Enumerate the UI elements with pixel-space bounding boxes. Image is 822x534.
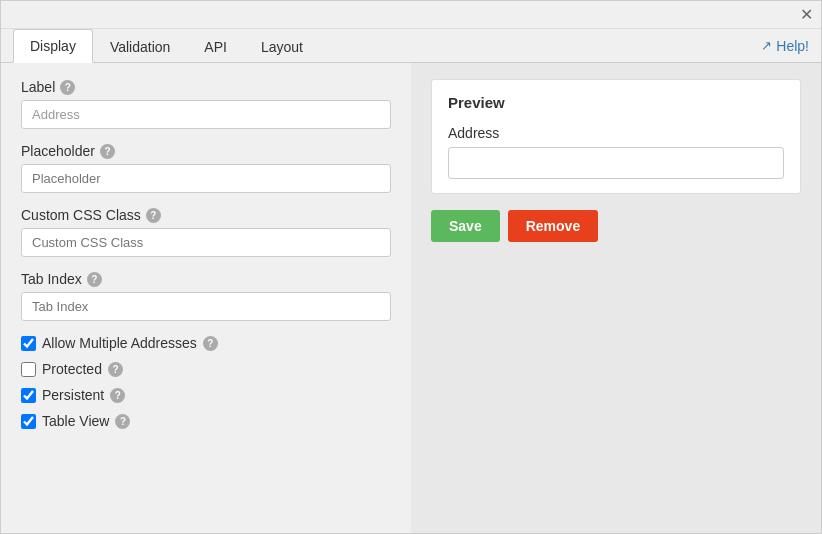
title-bar: ✕ (1, 1, 821, 29)
left-panel: Label ? Placeholder ? Custom CSS Class ? (1, 63, 411, 533)
css-class-group: Custom CSS Class ? (21, 207, 391, 257)
tab-index-group: Tab Index ? (21, 271, 391, 321)
allow-multiple-help-icon[interactable]: ? (203, 336, 218, 351)
preview-box: Preview Address (431, 79, 801, 194)
main-content: Label ? Placeholder ? Custom CSS Class ? (1, 63, 821, 533)
remove-button[interactable]: Remove (508, 210, 598, 242)
label-input[interactable] (21, 100, 391, 129)
window: ✕ Display Validation API Layout ↗ Help! … (0, 0, 822, 534)
css-class-help-icon[interactable]: ? (146, 208, 161, 223)
placeholder-help-icon[interactable]: ? (100, 144, 115, 159)
table-view-checkbox[interactable] (21, 414, 36, 429)
tab-index-help-icon[interactable]: ? (87, 272, 102, 287)
allow-multiple-checkbox[interactable] (21, 336, 36, 351)
checkbox-allow-multiple: Allow Multiple Addresses ? (21, 335, 391, 351)
help-link[interactable]: ↗ Help! (761, 38, 809, 54)
protected-checkbox[interactable] (21, 362, 36, 377)
table-view-help-icon[interactable]: ? (115, 414, 130, 429)
tab-validation[interactable]: Validation (93, 30, 187, 63)
right-panel: Preview Address Save Remove (411, 63, 821, 533)
label-field-label: Label ? (21, 79, 391, 95)
checkbox-table-view: Table View ? (21, 413, 391, 429)
tab-display[interactable]: Display (13, 29, 93, 63)
protected-help-icon[interactable]: ? (108, 362, 123, 377)
checkbox-persistent: Persistent ? (21, 387, 391, 403)
checkbox-group: Allow Multiple Addresses ? Protected ? P… (21, 335, 391, 429)
tab-index-input[interactable] (21, 292, 391, 321)
tabs-bar: Display Validation API Layout ↗ Help! (1, 29, 821, 63)
close-button[interactable]: ✕ (800, 7, 813, 23)
save-button[interactable]: Save (431, 210, 500, 242)
preview-address-input[interactable] (448, 147, 784, 179)
external-link-icon: ↗ (761, 38, 772, 53)
preview-title: Preview (448, 94, 784, 111)
checkbox-protected: Protected ? (21, 361, 391, 377)
action-buttons: Save Remove (431, 210, 801, 242)
tab-api[interactable]: API (187, 30, 244, 63)
persistent-help-icon[interactable]: ? (110, 388, 125, 403)
label-group: Label ? (21, 79, 391, 129)
tab-index-field-label: Tab Index ? (21, 271, 391, 287)
css-class-field-label: Custom CSS Class ? (21, 207, 391, 223)
label-help-icon[interactable]: ? (60, 80, 75, 95)
placeholder-field-label: Placeholder ? (21, 143, 391, 159)
css-class-input[interactable] (21, 228, 391, 257)
preview-field-label: Address (448, 125, 784, 141)
placeholder-input[interactable] (21, 164, 391, 193)
tab-layout[interactable]: Layout (244, 30, 320, 63)
placeholder-group: Placeholder ? (21, 143, 391, 193)
persistent-checkbox[interactable] (21, 388, 36, 403)
